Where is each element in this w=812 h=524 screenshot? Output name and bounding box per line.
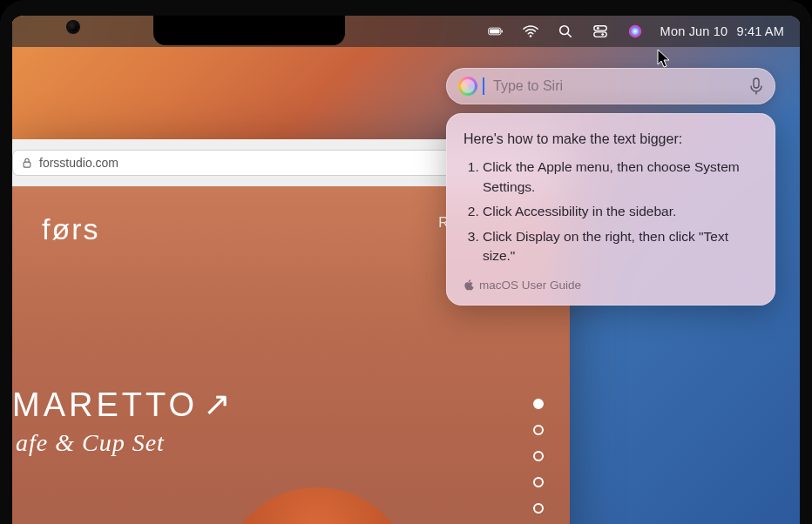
svg-rect-11	[24, 162, 30, 167]
microphone-icon[interactable]	[749, 77, 763, 95]
siri-input-bar[interactable]	[446, 68, 775, 104]
svg-rect-6	[593, 26, 606, 30]
svg-line-5	[567, 34, 571, 37]
camera-icon	[68, 22, 78, 32]
svg-point-4	[559, 26, 568, 35]
carousel-dot[interactable]	[533, 503, 544, 514]
carousel-dot[interactable]	[533, 451, 544, 461]
apple-logo-icon	[464, 279, 474, 291]
source-link[interactable]: macOS User Guide	[464, 277, 758, 294]
svg-rect-1	[490, 29, 500, 33]
hero-subtitle: afe & Cup Set	[12, 429, 570, 457]
carousel-dot[interactable]	[533, 399, 544, 409]
carousel-dot[interactable]	[533, 477, 544, 487]
product-image	[221, 487, 413, 524]
siri-text-field[interactable]	[493, 78, 741, 94]
svg-point-10	[628, 25, 640, 37]
svg-point-9	[601, 33, 604, 36]
text-cursor	[483, 77, 484, 95]
display-notch	[153, 16, 345, 45]
svg-rect-12	[754, 78, 759, 88]
svg-point-3	[529, 35, 531, 37]
battery-icon[interactable]	[486, 22, 505, 41]
instruction-step: Click Display on the right, then click "…	[483, 227, 758, 266]
control-center-icon[interactable]	[591, 22, 610, 41]
instruction-list: Click the Apple menu, then choose System…	[464, 158, 758, 265]
menu-bar-clock[interactable]: Mon Jun 10 9:41 AM	[660, 24, 784, 38]
siri-response-card: Here's how to make the text bigger: Clic…	[446, 113, 775, 306]
url-text: forsstudio.com	[39, 156, 118, 170]
menu-bar: Mon Jun 10 9:41 AM	[12, 16, 800, 47]
response-title: Here's how to make the text bigger:	[464, 129, 758, 149]
spotlight-icon[interactable]	[556, 22, 575, 41]
svg-rect-2	[501, 30, 502, 32]
arrow-ne-icon: ↗	[203, 385, 234, 423]
siri-icon[interactable]	[626, 22, 645, 41]
cursor-pointer-icon	[657, 49, 673, 68]
wifi-icon[interactable]	[521, 22, 540, 41]
source-text: macOS User Guide	[479, 277, 581, 294]
carousel-dot[interactable]	[533, 425, 544, 435]
lock-icon	[22, 158, 32, 168]
hero-title: MARETTO↗	[12, 386, 570, 424]
instruction-step: Click Accessibility in the sidebar.	[483, 202, 758, 221]
svg-rect-8	[593, 32, 606, 37]
date-text: Mon Jun 10	[660, 24, 728, 38]
time-text: 9:41 AM	[736, 24, 784, 38]
instruction-step: Click the Apple menu, then choose System…	[483, 158, 758, 197]
svg-point-7	[596, 27, 599, 30]
carousel-dots	[533, 399, 544, 514]
siri-orb-icon	[458, 77, 477, 96]
address-bar[interactable]: forsstudio.com	[12, 150, 521, 176]
